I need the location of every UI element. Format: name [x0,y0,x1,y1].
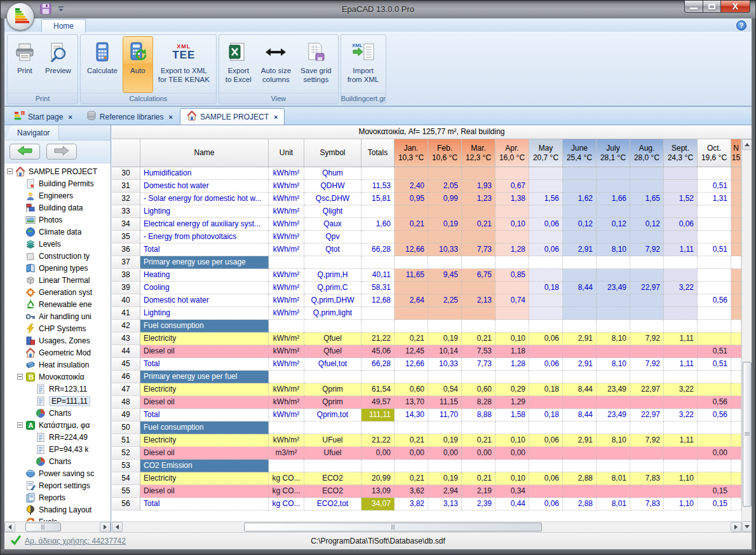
month-cell[interactable] [731,371,741,383]
month-cell[interactable]: 0,19 [428,218,462,231]
month-cell[interactable] [597,180,630,193]
unit-cell[interactable]: kWh/m² [269,294,304,307]
symbol-cell[interactable]: ECO2,tot [304,498,361,510]
symbol-cell[interactable]: Qfuel [304,345,361,358]
column-header-month-1[interactable]: Jan.10,3 °C [395,139,428,167]
unit-cell[interactable]: kWh/m² [269,307,304,320]
month-cell[interactable] [529,460,563,472]
tree-item-climate-data[interactable]: Climate data [7,226,111,238]
totals-cell[interactable]: 58,31 [361,282,395,294]
month-cell[interactable]: 1,23 [462,193,496,205]
scroll-down-icon[interactable] [742,521,752,532]
month-cell[interactable]: 7,73 [462,358,496,371]
tree-item-κατάστημα-φα[interactable]: AΚατάστημα, φα [7,419,111,431]
month-cell[interactable]: 0,21 [462,218,496,231]
column-header-month-5[interactable]: May20,7 °C [529,139,563,167]
month-cell[interactable] [563,231,597,243]
row-number[interactable]: 54 [112,472,140,485]
month-cell[interactable] [496,256,529,269]
month-cell[interactable] [428,320,462,332]
month-cell[interactable]: 2,88 [563,472,597,485]
name-cell[interactable]: Electricity [140,332,269,345]
month-cell[interactable] [529,447,563,460]
month-cell[interactable]: 2,91 [563,332,597,345]
month-cell[interactable] [731,383,741,396]
month-cell[interactable]: 0,06 [529,243,563,256]
tree-item-generation-syst[interactable]: Generation syst [7,286,111,298]
symbol-cell[interactable]: Qprim [304,396,361,409]
symbol-cell[interactable]: Q,prim,C [304,282,361,294]
month-cell[interactable]: 0,00 [496,447,529,460]
tree-item-usages-zones[interactable]: Usages, Zones [7,334,111,346]
month-cell[interactable] [563,294,597,307]
name-cell[interactable]: Electricity [140,383,269,396]
month-cell[interactable] [496,307,529,320]
row-number[interactable]: 55 [112,485,140,498]
unit-cell[interactable] [269,256,304,269]
month-cell[interactable] [731,421,741,434]
tree-item-renewable-ene[interactable]: Renewable ene [7,298,111,310]
month-cell[interactable]: 10,33 [428,358,462,371]
grid-vertical-scrollbar[interactable] [741,139,752,532]
column-header-name[interactable]: Name [140,139,269,167]
month-cell[interactable] [664,294,698,307]
month-cell[interactable]: 0,99 [428,193,462,205]
symbol-cell[interactable]: Q,prim,light [304,307,361,320]
month-cell[interactable] [664,371,698,383]
month-cell[interactable] [428,231,462,243]
tree-item-air-handling-uni[interactable]: Air handling uni [7,310,111,322]
month-cell[interactable]: 0,21 [395,332,428,345]
month-cell[interactable]: 23,49 [597,383,630,396]
month-cell[interactable] [664,205,698,218]
month-cell[interactable] [597,345,630,358]
totals-cell[interactable] [361,460,395,472]
month-cell[interactable] [731,460,741,472]
month-cell[interactable]: 1,11 [664,434,698,447]
month-cell[interactable]: 0,00 [698,447,731,460]
tree-item-building-permits[interactable]: Building Permits [7,177,111,189]
symbol-cell[interactable] [304,371,361,383]
month-cell[interactable] [428,421,462,434]
symbol-cell[interactable]: Ufuel [304,447,361,460]
symbol-cell[interactable] [304,320,361,332]
month-cell[interactable] [731,396,741,409]
month-cell[interactable]: 0,12 [563,218,597,231]
month-cell[interactable] [563,307,597,320]
month-cell[interactable]: 13,70 [395,396,428,409]
name-cell[interactable]: Total [140,498,269,510]
help-icon[interactable]: ? [736,20,746,31]
month-cell[interactable]: 0,56 [698,294,731,307]
month-cell[interactable] [597,307,630,320]
tree-item-construction-ty[interactable]: Construction ty [7,250,111,262]
back-button[interactable] [10,144,40,160]
tree-item-opening-types[interactable]: Opening types [7,262,111,274]
row-number[interactable]: 56 [112,498,140,510]
row-number[interactable]: 35 [112,231,140,243]
month-cell[interactable]: 23,49 [597,409,630,421]
month-cell[interactable]: 3,82 [395,498,428,510]
name-cell[interactable]: Cooling [140,282,269,294]
totals-cell[interactable]: 49,57 [361,396,395,409]
column-header-totals[interactable]: Totals [361,139,395,167]
month-cell[interactable] [630,371,664,383]
month-cell[interactable] [664,460,698,472]
month-cell[interactable] [496,231,529,243]
print-button[interactable]: Print [10,36,40,93]
tree-item-rr-224-49[interactable]: RR=224,49 [7,431,111,443]
tree-item-engineers[interactable]: Engineers [7,189,111,202]
tree-item-linear-thermal[interactable]: Linear Thermal [7,274,111,286]
name-cell[interactable]: Electrical energy of auxiliary syst... [140,218,269,231]
month-cell[interactable] [630,256,664,269]
unit-cell[interactable]: kg CO... [269,472,304,485]
month-cell[interactable]: 11,15 [428,396,462,409]
month-cell[interactable]: 3,22 [664,409,698,421]
month-cell[interactable] [563,460,597,472]
month-cell[interactable] [597,231,630,243]
month-cell[interactable]: 1,38 [496,193,529,205]
month-cell[interactable] [731,485,741,498]
symbol-cell[interactable] [304,256,361,269]
month-cell[interactable] [731,498,741,510]
totals-cell[interactable]: 61,54 [361,383,395,396]
month-cell[interactable]: 22,97 [630,409,664,421]
totals-cell[interactable]: 66,28 [361,358,395,371]
